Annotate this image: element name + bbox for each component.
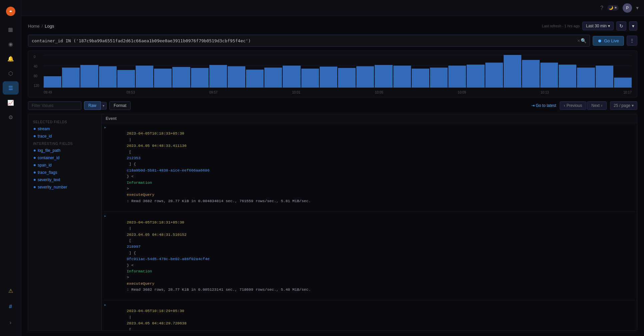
sidebar-item-logs[interactable]: ☰ bbox=[3, 81, 19, 95]
go-live-icon: ⏺ bbox=[598, 38, 602, 43]
log-expand-icon[interactable]: ▸ bbox=[104, 303, 106, 307]
raw-dropdown-button[interactable]: ▾ bbox=[101, 102, 107, 110]
logo[interactable] bbox=[0, 4, 21, 21]
chart-bar bbox=[448, 66, 466, 88]
log-histogram: 120 80 40 0 09:49 09:5 bbox=[28, 51, 637, 97]
sidebar-item-expand[interactable]: › bbox=[3, 316, 19, 329]
sidebar-item-explorer[interactable]: ◉ bbox=[3, 37, 19, 51]
sidebar-item-settings[interactable]: ⚙ bbox=[3, 111, 19, 124]
log-entries-container: ▸ 2023-04-05T10:18:33+05:30 | 2023.04.05… bbox=[102, 123, 637, 330]
chart-bar bbox=[191, 68, 209, 88]
help-icon[interactable]: ? bbox=[600, 5, 603, 11]
chart-bar bbox=[44, 76, 61, 88]
logo-icon bbox=[6, 7, 15, 16]
chart-bar bbox=[246, 70, 264, 88]
chart-bar bbox=[485, 63, 503, 88]
page-size-label: 25 / page bbox=[614, 103, 630, 108]
log-content: 2023-04-05T10:18:31+05:30 | 2023.04.05 0… bbox=[108, 213, 633, 299]
topbar: ? 🌙 ☀ P ▾ bbox=[21, 0, 644, 16]
next-button[interactable]: Next › bbox=[587, 101, 607, 110]
fields-sidebar: SELECTED FIELDS stream trace_id INTEREST… bbox=[28, 114, 102, 330]
last-refresh-text: Last refresh · 1 hrs ago bbox=[542, 24, 580, 28]
field-trace-flags[interactable]: trace_flags bbox=[32, 169, 98, 176]
sidebar-item-services[interactable]: ⬡ bbox=[3, 67, 19, 80]
log-entry[interactable]: ▸ 2023-04-05T10:18:31+05:30 | 2023.04.05… bbox=[102, 212, 637, 300]
search-clear-icon[interactable]: × bbox=[577, 37, 581, 44]
field-span-id[interactable]: span_id bbox=[32, 162, 98, 169]
search-input[interactable] bbox=[32, 38, 577, 43]
topbar-right: ? 🌙 ☀ P ▾ bbox=[600, 3, 639, 13]
theme-toggle[interactable]: 🌙 ☀ bbox=[607, 5, 619, 11]
chart-y-labels: 120 80 40 0 bbox=[34, 55, 43, 88]
chart-bar bbox=[301, 69, 319, 88]
field-trace-id[interactable]: trace_id bbox=[32, 133, 98, 140]
chart-bar bbox=[467, 65, 484, 88]
page-size-button[interactable]: 25 / page ▾ bbox=[610, 101, 637, 110]
previous-label: Previous bbox=[567, 103, 582, 108]
field-severity-number[interactable]: severity_number bbox=[32, 183, 98, 191]
chart-bar bbox=[264, 68, 282, 88]
interesting-fields-title: INTERESTING FIELDS bbox=[32, 140, 98, 147]
sidebar-item-analytics[interactable]: 📈 bbox=[3, 96, 19, 109]
chart-grid: 120 80 40 0 09:49 09:5 bbox=[34, 55, 632, 94]
chart-x-labels: 09:49 09:53 09:57 10:01 10:05 10:09 10:1… bbox=[44, 89, 632, 94]
log-expand-icon[interactable]: ▸ bbox=[104, 214, 106, 218]
dashboard-icon: ▦ bbox=[8, 26, 13, 33]
search-icon[interactable]: 🔍 bbox=[581, 38, 586, 43]
chart-bar bbox=[117, 70, 135, 88]
log-entry[interactable]: ▸ 2023-04-05T10:18:33+05:30 | 2023.04.05… bbox=[102, 123, 637, 212]
sidebar-bottom: ⚠ # › bbox=[3, 284, 19, 332]
warning-icon: ⚠ bbox=[8, 288, 13, 294]
sidebar-item-slack[interactable]: # bbox=[3, 300, 19, 313]
field-stream[interactable]: stream bbox=[32, 125, 98, 133]
chart-bar bbox=[596, 66, 613, 88]
field-log-file-path[interactable]: log_file_path bbox=[32, 147, 98, 154]
search-input-wrap[interactable]: × 🔍 bbox=[28, 35, 590, 47]
time-range-button[interactable]: Last 30 min ▾ bbox=[582, 22, 614, 30]
log-entry[interactable]: ▸ 2023-04-05T10:18:29+05:30 | 2023.04.05… bbox=[102, 301, 637, 330]
main-content: ? 🌙 ☀ P ▾ Home / Logs Last refresh · 1 h… bbox=[21, 0, 644, 336]
go-live-label: Go Live bbox=[604, 38, 619, 43]
chart-bar bbox=[522, 60, 540, 88]
chart-bar bbox=[228, 66, 245, 88]
log-table-header: Event bbox=[102, 114, 637, 123]
refresh-button[interactable]: ↻ bbox=[616, 21, 626, 31]
go-to-latest-button[interactable]: ⇥ Go to latest bbox=[531, 103, 556, 108]
chart-bar bbox=[540, 63, 558, 88]
raw-view-button[interactable]: Raw bbox=[84, 101, 101, 110]
view-toggle: Raw ▾ bbox=[84, 101, 107, 110]
field-severity-text[interactable]: severity_text bbox=[32, 176, 98, 183]
chart-bar bbox=[356, 66, 374, 88]
more-options-button[interactable]: ⋮ bbox=[627, 36, 637, 46]
user-menu-icon[interactable]: ▾ bbox=[636, 5, 639, 11]
expand-icon: › bbox=[10, 320, 11, 326]
chart-bar bbox=[412, 69, 429, 88]
page-content: Home / Logs Last refresh · 1 hrs ago Las… bbox=[21, 16, 644, 336]
page-size-arrow: ▾ bbox=[632, 103, 634, 108]
selected-fields-title: SELECTED FIELDS bbox=[32, 118, 98, 125]
go-live-button[interactable]: ⏺ Go Live bbox=[593, 36, 624, 46]
filter-values-input[interactable] bbox=[28, 101, 81, 110]
time-expand-button[interactable]: ▾ bbox=[629, 21, 637, 31]
settings-icon: ⚙ bbox=[8, 114, 13, 121]
log-content: 2023-04-05T10:18:29+05:30 | 2023.04.05 0… bbox=[108, 302, 633, 330]
breadcrumb-home[interactable]: Home bbox=[28, 24, 40, 29]
time-dropdown-arrow: ▾ bbox=[608, 24, 610, 28]
sidebar-item-alerts[interactable]: 🔔 bbox=[3, 52, 19, 65]
avatar[interactable]: P bbox=[623, 3, 632, 13]
log-expand-icon[interactable]: ▸ bbox=[104, 125, 106, 130]
breadcrumb: Home / Logs Last refresh · 1 hrs ago Las… bbox=[28, 21, 637, 31]
next-arrow: › bbox=[601, 103, 602, 108]
next-label: Next bbox=[591, 103, 600, 108]
chart-bar bbox=[80, 65, 98, 88]
prev-arrow: ‹ bbox=[564, 103, 565, 108]
services-icon: ⬡ bbox=[8, 70, 13, 77]
field-container-id[interactable]: container_id bbox=[32, 154, 98, 162]
sidebar-item-dashboard[interactable]: ▦ bbox=[3, 23, 19, 36]
alerts-icon: 🔔 bbox=[7, 56, 14, 62]
chart-bar bbox=[375, 65, 392, 88]
previous-button[interactable]: ‹ Previous bbox=[560, 101, 587, 110]
format-button[interactable]: Format bbox=[109, 101, 131, 110]
log-controls-right: ⇥ Go to latest ‹ Previous Next › 25 / pa… bbox=[531, 101, 637, 110]
sidebar-item-warning[interactable]: ⚠ bbox=[3, 284, 19, 297]
